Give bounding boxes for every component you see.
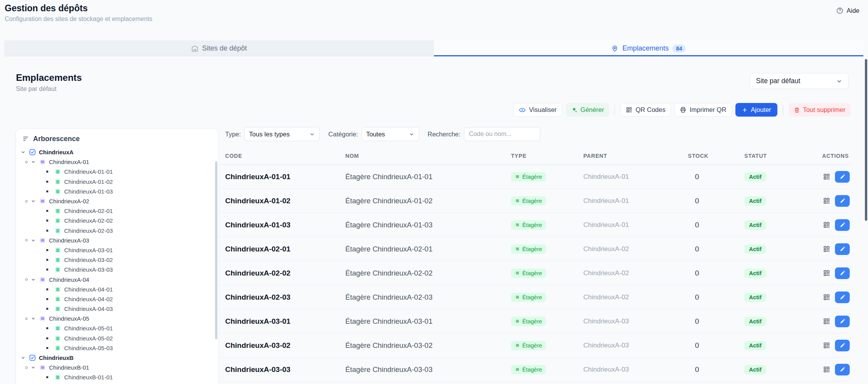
tab-emplacements[interactable]: Emplacements 84 [434,40,864,56]
row-edit-button[interactable] [835,219,850,231]
tree-item[interactable]: ChindrieuxA-03 [16,236,215,245]
categorie-filter-select[interactable]: Toutes [362,127,419,141]
row-edit-button[interactable] [835,171,850,183]
cell-code: ChindrieuxA-03-01 [220,317,345,326]
tree-item[interactable]: ChindrieuxA [16,147,215,157]
qr-codes-button[interactable]: QR Codes [620,103,671,117]
row-qr-button[interactable] [822,341,831,350]
tree-item[interactable]: ChindrieuxA-05 [16,314,215,323]
tree-item[interactable]: ChindrieuxA-02-01 [16,206,215,216]
cell-stock: 0 [688,365,744,374]
tree-item[interactable]: ChindrieuxA-05-03 [16,343,215,353]
type-badge-label: Étagère [522,198,542,204]
chevron-down-icon[interactable] [31,159,36,164]
tree-item-label: ChindrieuxA [39,149,74,155]
tree-item[interactable]: ChindrieuxA-03-02 [16,255,215,265]
bullet-marker [46,327,48,329]
row-qr-button[interactable] [822,244,831,253]
tree-item[interactable]: ChindrieuxA-04-02 [16,294,215,304]
tree-item[interactable]: ChindrieuxA-04 [16,274,215,284]
tree-item[interactable]: ChindrieuxA-03-03 [16,265,215,274]
table-row[interactable]: ChindrieuxA-01-03 Étagère ChindrieuxA-01… [220,213,850,237]
visualiser-button[interactable]: Visualiser [513,103,562,117]
bullet-marker [46,288,48,290]
tree-item[interactable]: ChindrieuxA-04-01 [16,285,215,294]
type-badge: Étagère [511,220,546,230]
table-row[interactable]: ChindrieuxA-03-03 Étagère ChindrieuxA-03… [220,358,850,382]
tree-item[interactable]: ChindrieuxA-04-03 [16,304,215,314]
bullet-marker [46,190,48,192]
cell-nom: Étagère ChindrieuxA-03-01 [345,317,511,326]
search-input[interactable] [464,127,540,141]
table-row[interactable]: ChindrieuxA-02-03 Étagère ChindrieuxA-02… [220,285,850,309]
row-qr-button[interactable] [822,196,831,205]
row-qr-button[interactable] [822,317,831,326]
cell-stock: 0 [688,341,744,350]
row-edit-button[interactable] [835,364,850,375]
qr-code-icon [626,106,632,113]
shelf-icon [54,178,61,185]
table-row[interactable]: ChindrieuxA-01-01 Étagère ChindrieuxA-01… [220,165,850,189]
tree-item[interactable]: ChindrieuxA-01-02 [16,177,215,187]
tree-item[interactable]: ChindrieuxA-01-01 [16,167,215,176]
tree-item[interactable]: ChindrieuxA-01 [16,157,215,167]
imprimer-qr-button[interactable]: Imprimer QR [674,103,732,117]
table-row[interactable]: ChindrieuxA-02-02 Étagère ChindrieuxA-02… [220,261,850,285]
table-row[interactable]: ChindrieuxA-02-01 Étagère ChindrieuxA-02… [220,237,850,261]
tout-supprimer-button[interactable]: Tout supprimer [789,103,850,117]
tree-item[interactable]: ChindrieuxA-02 [16,196,215,206]
chevron-down-icon[interactable] [21,355,26,360]
shelf-lines-icon [515,367,520,372]
page-scrollbar-thumb[interactable] [865,59,867,221]
column-header-parent: PARENT [583,153,688,159]
tree-item-label: ChindrieuxA-04-03 [64,305,113,312]
chevron-down-icon[interactable] [31,316,36,321]
tree-item[interactable]: ChindrieuxB-01-01 [16,372,215,382]
shelf-lines-icon [515,295,520,300]
tab-sites-de-depot[interactable]: Sites de dépôt [4,40,434,56]
tree-item[interactable]: ChindrieuxA-02-02 [16,216,215,225]
tree-item[interactable]: ChindrieuxA-05-02 [16,333,215,343]
cell-stock: 0 [688,245,744,253]
tree-item[interactable]: ChindrieuxB [16,353,215,363]
rack-icon [39,276,46,283]
row-qr-button[interactable] [822,365,831,374]
row-qr-button[interactable] [822,269,831,278]
row-edit-button[interactable] [835,291,850,303]
cell-parent: ChindrieuxA-02 [583,269,688,277]
status-badge: Actif [744,269,766,278]
tree-item[interactable]: ChindrieuxA-05-01 [16,323,215,333]
row-edit-button[interactable] [835,267,850,279]
table-row[interactable]: ChindrieuxA-01-02 Étagère ChindrieuxA-01… [220,189,850,213]
tree-item[interactable]: ChindrieuxB-01 [16,363,215,372]
section-subtitle: Site par défaut [16,86,56,93]
row-edit-button[interactable] [835,316,850,327]
chevron-down-icon [836,78,842,84]
row-qr-button[interactable] [822,220,831,229]
help-button[interactable]: Aide [836,7,859,14]
row-edit-button[interactable] [835,243,850,255]
tree-item[interactable]: ChindrieuxA-02-03 [16,226,215,236]
site-select[interactable]: Site par défaut [750,73,849,89]
chevron-down-icon[interactable] [21,150,26,155]
row-edit-button[interactable] [835,340,850,351]
row-qr-button[interactable] [822,293,831,302]
chevron-down-icon[interactable] [31,199,36,204]
row-edit-button[interactable] [835,195,850,207]
ajouter-button[interactable]: Ajouter [735,103,777,117]
type-filter-select[interactable]: Tous les types [244,127,320,141]
table-row[interactable]: ChindrieuxA-03-02 Étagère ChindrieuxA-03… [220,333,850,358]
row-qr-button[interactable] [822,172,831,181]
tree-scrollbar-thumb[interactable] [215,161,217,339]
chevron-down-icon[interactable] [31,277,36,282]
chevron-down-icon[interactable] [31,238,36,243]
type-badge-label: Étagère [522,222,542,228]
generer-button[interactable]: Générer [566,103,609,117]
tree-item-label: ChindrieuxA-03-01 [64,247,113,253]
tree-item[interactable]: ChindrieuxA-01-03 [16,187,215,196]
table-row[interactable]: ChindrieuxA-03-01 Étagère ChindrieuxA-03… [220,309,850,333]
type-filter-label: Type: [225,131,241,138]
chevron-down-icon[interactable] [31,365,36,370]
shelf-lines-icon [515,271,520,276]
tree-item[interactable]: ChindrieuxA-03-01 [16,245,215,255]
